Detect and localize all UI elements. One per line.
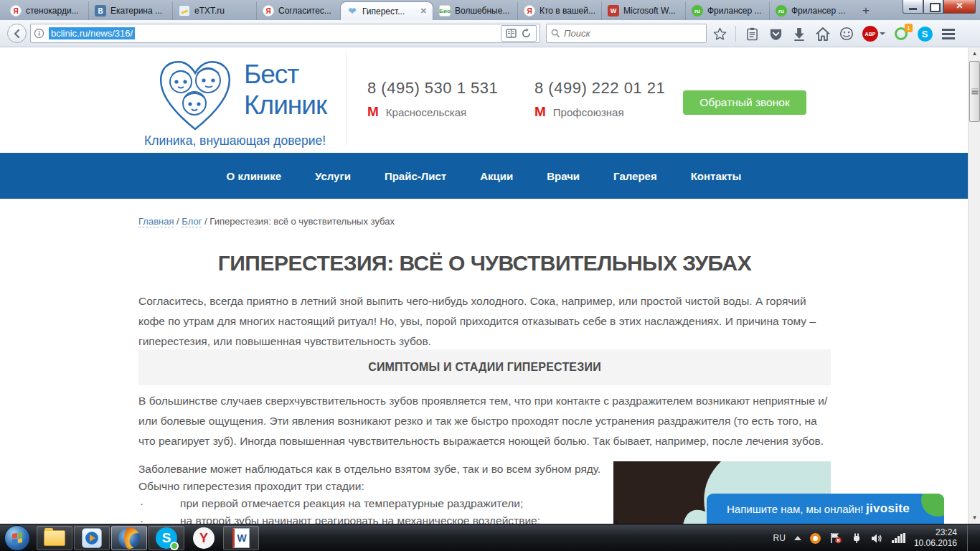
skype-letter: S — [162, 530, 171, 546]
breadcrumb-separator: / — [204, 216, 207, 227]
list-item-text: на второй зубы начинают реагировать на м… — [180, 514, 540, 524]
avira-tray-icon[interactable] — [810, 533, 821, 544]
section-header-text: СИМПТОМЫ И СТАДИИ ГИПЕРЕСТЕЗИИ — [368, 361, 601, 374]
header-divider — [346, 53, 347, 146]
site-logo-text[interactable]: Бест Клиник — [244, 59, 326, 121]
start-button[interactable] — [4, 525, 30, 551]
volume-icon[interactable] — [871, 533, 883, 544]
address-bar[interactable]: bclinic.ru/news/316/ — [30, 24, 540, 43]
tray-expand-icon[interactable] — [794, 536, 801, 540]
chat-message: Напишите нам, мы онлайн! — [727, 503, 863, 515]
home-button[interactable] — [815, 26, 831, 42]
language-indicator[interactable]: RU — [773, 533, 786, 543]
tab-etxt[interactable]: eTXT.ru — [172, 1, 256, 20]
nav-item-pricelist[interactable]: Прайс-Лист — [385, 170, 446, 182]
callback-button[interactable]: Обратный звонок — [683, 90, 806, 115]
tab-stenokardi[interactable]: Я стенокарди... — [4, 1, 88, 20]
tab-freelancer-1[interactable]: ru Фрилансер ... — [685, 1, 769, 20]
browser-tab-bar: Я стенокарди... В Екатерина ... eTXT.ru … — [0, 0, 980, 20]
jivosite-chat-widget[interactable]: Напишите нам, мы онлайн! jivosite — [707, 494, 944, 524]
toolbar-separator — [735, 26, 736, 42]
taskbar-clock[interactable]: 23:24 10.06.2016 — [914, 527, 957, 549]
star-icon — [713, 27, 727, 41]
reader-mode-icon[interactable] — [506, 29, 517, 38]
bestclinic-heart-icon: ❤ — [347, 6, 358, 17]
taskbar-word-button[interactable]: W — [223, 526, 259, 550]
tab-freelancer-2[interactable]: ru Фрилансер ... — [769, 1, 853, 20]
breadcrumb-home-link[interactable]: Главная — [138, 216, 174, 227]
list-item-text: при первой отмечается реакция на темпера… — [180, 497, 523, 509]
extension-notification-button[interactable]: 1 — [893, 26, 909, 42]
site-header: Бест Клиник Клиника, внушающая доверие! … — [0, 47, 968, 153]
breadcrumb-current: Гиперестезия: всё о чувствительных зубах — [209, 216, 395, 227]
back-button[interactable] — [7, 24, 27, 43]
article-paragraph-3: Заболевание может наблюдаться как в отде… — [138, 461, 608, 524]
tab-close-icon[interactable]: ✕ — [420, 6, 427, 16]
article-title: ГИПЕРЕСТЕЗИЯ: ВСЁ О ЧУВСТВИТЕЛЬНЫХ ЗУБАХ — [138, 251, 831, 276]
site-info-icon[interactable] — [34, 28, 44, 39]
tab-microsoft-word[interactable]: W Microsoft W... — [601, 1, 685, 20]
action-center-flag-icon[interactable] — [829, 532, 842, 544]
tab-ekaterina[interactable]: В Екатерина ... — [88, 1, 172, 20]
window-restore-button[interactable] — [923, 0, 943, 14]
bookmarks-menu-button[interactable] — [744, 26, 760, 42]
nav-item-doctors[interactable]: Врачи — [547, 170, 580, 182]
network-signal-icon[interactable] — [892, 533, 905, 543]
search-bar[interactable] — [546, 24, 707, 43]
list-item: · на второй зубы начинают реагировать на… — [138, 512, 608, 524]
bestclinic-logo-heart-icon[interactable] — [152, 52, 238, 136]
skype-extension-button[interactable]: S — [917, 26, 933, 42]
nav-item-services[interactable]: Услуги — [315, 170, 351, 182]
phone-block-1: 8 (495) 530 1 531 М Красносельская — [367, 79, 498, 120]
window-minimize-button[interactable] — [903, 0, 923, 14]
clipboard-icon — [746, 27, 758, 41]
scroll-up-arrow[interactable]: ▲ — [969, 47, 980, 60]
phone-number-2: 8 (499) 222 01 21 — [534, 79, 665, 98]
nav-item-contacts[interactable]: Контакты — [691, 170, 742, 182]
power-plug-icon[interactable] — [851, 532, 862, 544]
tab-label: стенокарди... — [26, 6, 79, 16]
taskbar-mediaplayer-button[interactable] — [74, 526, 110, 550]
tab-label: eTXT.ru — [194, 6, 225, 16]
clock-date: 10.06.2016 — [914, 538, 957, 549]
smiley-icon — [839, 27, 854, 41]
taskbar-firefox-button[interactable] — [111, 526, 147, 550]
tab-giperest-active[interactable]: ❤ Гиперест... ✕ — [340, 1, 433, 20]
tab-volshebnye[interactable]: Био Волшебные... — [433, 1, 517, 20]
menu-button[interactable] — [941, 26, 956, 42]
scrollbar-thumb[interactable] — [969, 61, 980, 122]
breadcrumb-blog-link[interactable]: Блог — [182, 216, 202, 227]
nav-item-gallery[interactable]: Галерея — [613, 170, 657, 182]
back-arrow-icon — [12, 29, 22, 39]
reload-icon[interactable] — [521, 28, 532, 39]
taskbar-explorer-button[interactable] — [37, 526, 72, 550]
phone-block-2: 8 (499) 222 01 21 М Профсоюзная — [534, 79, 665, 120]
skype-icon: S — [918, 27, 933, 42]
paragraph-3-line-1: Заболевание может наблюдаться как в отде… — [138, 461, 608, 478]
list-item: · при первой отмечается реакция на темпе… — [138, 495, 608, 512]
vertical-scrollbar[interactable]: ▲ ▼ — [968, 47, 980, 524]
jivosite-logo: jivosite — [866, 501, 910, 516]
tab-kto-v-vashey[interactable]: Я Кто в вашей... — [517, 1, 601, 20]
window-close-button[interactable] — [943, 0, 976, 14]
search-input[interactable] — [564, 28, 686, 39]
tab-soglasites[interactable]: Я Согласитес... — [256, 1, 340, 20]
pocket-button[interactable] — [768, 26, 783, 42]
download-arrow-icon — [793, 27, 806, 41]
scroll-down-arrow[interactable]: ▼ — [969, 512, 980, 524]
taskbar-skype-button[interactable]: S — [149, 526, 184, 550]
bookmark-star-button[interactable] — [712, 26, 727, 42]
taskbar-yandex-button[interactable]: Y — [186, 526, 222, 550]
downloads-button[interactable] — [791, 26, 807, 42]
adblock-plus-button[interactable]: ABP — [862, 26, 885, 42]
yandex-icon: Я — [524, 5, 535, 17]
show-desktop-button[interactable] — [967, 524, 973, 551]
abp-icon: ABP — [862, 26, 878, 42]
nav-item-about[interactable]: О клинике — [227, 170, 281, 182]
nav-item-promos[interactable]: Акции — [480, 170, 513, 182]
feedback-smiley-button[interactable] — [839, 26, 854, 42]
clock-time: 23:24 — [914, 527, 957, 538]
new-tab-button[interactable]: + — [855, 3, 877, 19]
url-selected-text[interactable]: bclinic.ru/news/316/ — [49, 27, 135, 39]
section-header-box: СИМПТОМЫ И СТАДИИ ГИПЕРЕСТЕЗИИ — [138, 349, 831, 385]
